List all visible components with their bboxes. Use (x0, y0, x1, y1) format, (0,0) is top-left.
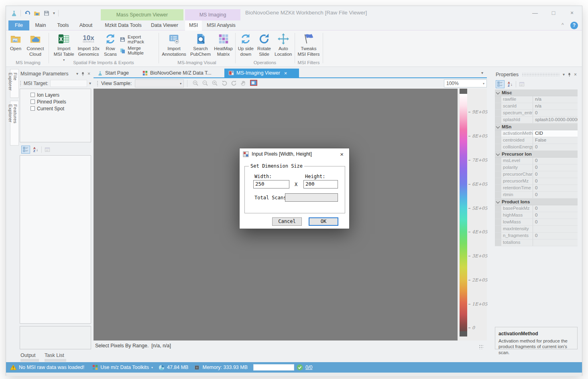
tab-tools[interactable]: Tools (52, 20, 74, 30)
height-input[interactable]: 200 (303, 180, 338, 188)
doc-tab-bionovogene-data[interactable]: BioNovoGene M/Z Data T... (138, 69, 224, 77)
property-row[interactable]: scanIdn/a (495, 103, 578, 110)
tab-close-icon[interactable]: × (284, 70, 287, 76)
region-select-icon[interactable] (250, 80, 257, 87)
property-row[interactable]: splashIdsplash10-0000-0000000 (495, 117, 578, 124)
category-misc[interactable]: Misc (495, 89, 578, 96)
toolkits-dropdown-icon[interactable]: ▾ (151, 366, 153, 369)
sidebar-tab-features-explorer[interactable]: Features Explorer (10, 101, 19, 146)
property-pages-button[interactable] (517, 80, 526, 88)
tree-item-ion-layers[interactable]: Ion Layers (31, 91, 89, 98)
tab-mzkit-data-tools[interactable]: Mzkit Data Tools (102, 20, 145, 30)
bottom-tab-task-list[interactable]: Task List (45, 353, 64, 358)
zoom-out-icon[interactable] (202, 80, 208, 87)
rotate-left-icon[interactable] (221, 80, 228, 87)
heatmap-matrix-button[interactable]: HeatMap Matrix (213, 32, 234, 58)
checkbox[interactable] (31, 106, 35, 111)
import-msi-table-button[interactable]: Import MSI Table ▾ (52, 32, 76, 63)
msi-target-input[interactable] (50, 80, 87, 87)
category-msn[interactable]: MSn (495, 124, 578, 130)
bottom-tab-output[interactable]: Output (20, 353, 36, 358)
tree-item-current-spot[interactable]: Current Spot (31, 105, 89, 112)
undo-icon[interactable] (24, 10, 31, 16)
tab-msi-analysis[interactable]: MSI Analysis (202, 20, 240, 30)
dialog-title-bar[interactable]: Input Pixels [Width, Height] × (240, 148, 349, 160)
doc-tab-start-page[interactable]: Start Page (94, 69, 138, 77)
toolkits-button[interactable]: Use m/z Data Toolkits (100, 365, 149, 370)
property-row[interactable]: spectrum_entr0 (495, 110, 578, 117)
close-button[interactable]: × (565, 8, 579, 18)
tab-data-viewer[interactable]: Data Viewer (146, 20, 183, 30)
tweaks-msi-filters-button[interactable]: Tweaks MSI Filters (296, 32, 321, 58)
export-mzpack-button[interactable]: Export mzPack (120, 34, 158, 44)
alphabetical-sort-button[interactable]: AZ ↓ (506, 80, 515, 88)
help-button[interactable]: ? (570, 22, 578, 29)
zoom-fit-icon[interactable] (212, 80, 218, 87)
toolbar-grip[interactable] (20, 81, 22, 86)
panel-dropdown-icon[interactable]: ▾ (76, 72, 78, 76)
toolbar-overflow-icon[interactable]: ▾ (89, 81, 91, 85)
auto-location-button[interactable]: Auto Location (273, 32, 294, 58)
open-button[interactable]: Open (8, 32, 23, 53)
property-row[interactable]: maxIntensity (495, 226, 578, 233)
property-row[interactable]: totalIons (495, 239, 578, 246)
zoom-level-combobox[interactable]: 100%▾ (444, 79, 487, 87)
save-icon[interactable] (43, 10, 50, 16)
import-annotations-button[interactable]: Import Annotations (160, 32, 188, 58)
panel-close-icon[interactable]: × (574, 73, 577, 77)
tab-msi[interactable]: MSI (185, 20, 202, 30)
pan-hand-icon[interactable] (240, 80, 247, 87)
cancel-button[interactable]: Cancel (272, 217, 302, 226)
resize-grip[interactable] (479, 345, 484, 349)
categorized-button[interactable] (21, 146, 30, 154)
dialog-close-icon[interactable]: × (338, 151, 346, 158)
toolbar-grip[interactable] (97, 81, 99, 86)
panel-close-icon[interactable]: × (87, 72, 90, 76)
property-row-selected[interactable]: activationMethCID (495, 130, 578, 137)
view-sample-combobox[interactable]: ▾ (135, 79, 184, 87)
property-row[interactable]: precursorChar0 (495, 171, 578, 178)
property-row[interactable]: rawfilen/a (495, 96, 578, 103)
connect-cloud-button[interactable]: Connect Cloud (23, 32, 48, 58)
property-row[interactable]: centroidedFalse (495, 137, 578, 144)
doc-tab-ms-imaging-viewer[interactable]: MS-Imaging Viewer × (224, 69, 299, 77)
rotate-slide-button[interactable]: Rotate Slide (256, 32, 273, 58)
category-precursor-ion[interactable]: Precursor Ion (495, 151, 578, 158)
search-pubchem-button[interactable]: Search PubChem (188, 32, 213, 58)
checkbox[interactable] (31, 93, 35, 97)
property-row[interactable]: rtmin0 (495, 192, 578, 199)
merge-multiple-button[interactable]: Merge Multiple (120, 46, 158, 55)
property-row[interactable]: retentionTime0 (495, 185, 578, 192)
property-pages-button[interactable] (43, 146, 52, 154)
pin-icon[interactable] (81, 72, 85, 76)
sidebar-tab-file-explorer[interactable]: File Explorer (10, 69, 19, 98)
collapse-ribbon-icon[interactable]: ^ (562, 22, 564, 28)
rotate-right-icon[interactable] (231, 80, 237, 87)
checkbox[interactable] (31, 99, 35, 104)
task-counter-link[interactable]: 0/0 (305, 365, 312, 370)
tree-item-pinned-pixels[interactable]: Pinned Pixels (31, 98, 89, 105)
categorized-button[interactable] (496, 80, 505, 88)
width-input[interactable]: 250 (253, 180, 289, 188)
qat-dropdown-icon[interactable]: ▾ (53, 11, 55, 15)
up-side-down-button[interactable]: Up side down (236, 32, 256, 58)
tab-about[interactable]: About (74, 20, 98, 30)
open-folder-icon[interactable] (34, 10, 40, 16)
category-product-ions[interactable]: Product Ions (495, 199, 578, 205)
maximize-button[interactable]: □ (546, 8, 561, 18)
property-row[interactable]: basePeakMz0 (495, 205, 578, 212)
property-row[interactable]: lowMass0 (495, 219, 578, 226)
property-row[interactable]: n_fragments0 (495, 233, 578, 239)
property-row[interactable]: highMass0 (495, 212, 578, 219)
row-scans-button[interactable]: Row Scans (101, 32, 120, 58)
minimize-button[interactable]: — (528, 8, 542, 18)
pin-icon[interactable] (567, 73, 572, 77)
property-row[interactable]: precursorMz0 (495, 178, 578, 185)
zoom-in-icon[interactable] (192, 80, 199, 87)
ok-button[interactable]: OK (309, 217, 338, 226)
property-row[interactable]: polarity0 (495, 164, 578, 171)
property-row[interactable]: collisionEnergy0 (495, 144, 578, 151)
tab-overflow-icon[interactable]: ▾ (481, 71, 483, 75)
import-10x-genomics-button[interactable]: 10x GENOMICS Import 10x Genomics (76, 32, 101, 58)
property-row[interactable]: msLevel0 (495, 158, 578, 164)
